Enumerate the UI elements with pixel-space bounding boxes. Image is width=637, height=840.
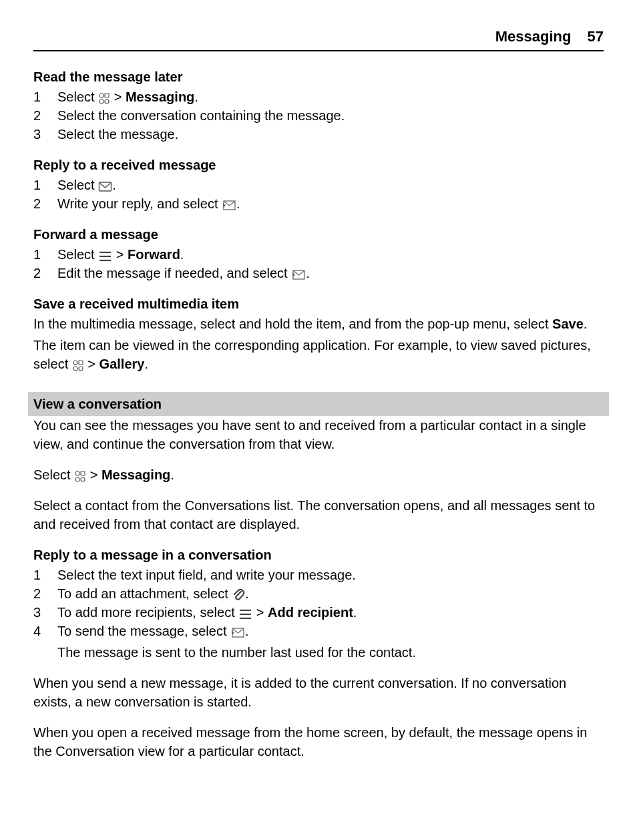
text: . xyxy=(180,247,184,262)
list-item: 1 Select . xyxy=(33,176,604,194)
step-text: Select > Forward. xyxy=(57,245,604,264)
paragraph: When you send a new message, it is added… xyxy=(33,674,604,711)
text: . xyxy=(112,178,116,192)
step-text: Write your reply, and select . xyxy=(57,194,604,213)
attachment-icon xyxy=(232,588,245,602)
list-item: 1 Select > Forward. xyxy=(33,245,604,264)
step-number: 2 xyxy=(33,264,57,282)
list-item: 2 Write your reply, and select . xyxy=(33,194,604,213)
paragraph: Select a contact from the Conversations … xyxy=(33,496,604,534)
list-item: 2 Edit the message if needed, and select… xyxy=(33,264,604,282)
text: . xyxy=(306,266,310,280)
step-text: To add an attachment, select . xyxy=(57,584,604,603)
paragraph: The item can be viewed in the correspond… xyxy=(33,336,604,373)
options-icon xyxy=(98,250,112,262)
apps-icon xyxy=(98,92,110,104)
step-text: Select the text input field, and write y… xyxy=(57,566,604,584)
section-save-mm-title: Save a received multimedia item xyxy=(33,294,604,313)
text: Select xyxy=(33,467,74,482)
list-item: 2 To add an attachment, select . xyxy=(33,584,604,603)
paragraph: You can see the messages you have sent t… xyxy=(33,416,604,453)
send-icon xyxy=(230,626,245,638)
step-number: 1 xyxy=(33,566,57,584)
text: In the multimedia message, select and ho… xyxy=(33,317,552,331)
text: . xyxy=(584,317,588,331)
text: > xyxy=(84,357,99,371)
header-title: Messaging xyxy=(495,28,572,45)
text: . xyxy=(236,196,240,211)
list-item: 3 To add more recipients, select > Add r… xyxy=(33,603,604,622)
step-number: 4 xyxy=(33,622,57,640)
reply-steps: 1 Select . 2 Write your reply, and selec… xyxy=(33,176,604,213)
list-item: 4 To send the message, select . xyxy=(33,622,604,640)
menu-label: Messaging xyxy=(126,89,194,104)
text: . xyxy=(194,89,198,104)
text: . xyxy=(245,586,249,601)
step-text: Edit the message if needed, and select . xyxy=(57,264,604,282)
text: > xyxy=(110,89,126,104)
text: . xyxy=(353,605,357,620)
step-number: 2 xyxy=(33,106,57,125)
step-text: Select > Messaging. xyxy=(57,87,604,106)
text: . xyxy=(144,357,148,371)
apps-icon xyxy=(74,470,86,482)
menu-label: Save xyxy=(552,317,584,331)
text: > xyxy=(112,247,128,262)
menu-label: Add recipient xyxy=(268,605,353,620)
text: . xyxy=(170,467,174,482)
step-number: 1 xyxy=(33,176,57,194)
list-item: 2 Select the conversation containing the… xyxy=(33,106,604,125)
text: Edit the message if needed, and select xyxy=(57,266,291,280)
text: > xyxy=(86,467,101,482)
step-text: To add more recipients, select > Add rec… xyxy=(57,603,604,622)
step-number: 2 xyxy=(33,194,57,213)
note-text: The message is sent to the number last u… xyxy=(57,643,604,662)
step-text: Select the message. xyxy=(57,125,604,144)
section-forward-title: Forward a message xyxy=(33,225,604,244)
reply-conv-steps: 1 Select the text input field, and write… xyxy=(33,566,604,640)
list-item: 1 Select the text input field, and write… xyxy=(33,566,604,584)
send-icon xyxy=(291,268,306,280)
page-header: Messaging 57 xyxy=(33,27,604,51)
text: To add an attachment, select xyxy=(57,586,232,601)
text: To send the message, select xyxy=(57,624,230,638)
step-text: Select the conversation containing the m… xyxy=(57,106,604,125)
step-text: To send the message, select . xyxy=(57,622,604,640)
step-number: 2 xyxy=(33,584,57,603)
text: . xyxy=(245,624,249,638)
page-number: 57 xyxy=(588,27,604,47)
text: > xyxy=(252,605,268,620)
text: Select xyxy=(57,247,98,262)
envelope-icon xyxy=(98,180,112,192)
forward-steps: 1 Select > Forward. 2 Edit the message i… xyxy=(33,245,604,282)
text: Select xyxy=(57,178,98,192)
menu-label: Gallery xyxy=(99,357,145,371)
options-icon xyxy=(238,608,252,620)
step-text: Select . xyxy=(57,176,604,194)
paragraph: In the multimedia message, select and ho… xyxy=(33,314,604,333)
text: To add more recipients, select xyxy=(57,605,238,620)
menu-label: Messaging xyxy=(101,467,170,482)
step-number: 1 xyxy=(33,245,57,264)
apps-icon xyxy=(72,359,84,371)
section-view-conversation-title: View a conversation xyxy=(28,392,609,416)
list-item: 1 Select > Messaging. xyxy=(33,87,604,106)
send-icon xyxy=(222,199,236,211)
text: Write your reply, and select xyxy=(57,196,222,211)
step-number: 3 xyxy=(33,125,57,144)
menu-label: Forward xyxy=(128,247,180,262)
section-reply-conv-title: Reply to a message in a conversation xyxy=(33,546,604,564)
text: Select xyxy=(57,89,98,104)
section-reply-title: Reply to a received message xyxy=(33,156,604,174)
paragraph: Select > Messaging. xyxy=(33,465,604,484)
step-number: 1 xyxy=(33,87,57,106)
paragraph: When you open a received message from th… xyxy=(33,723,604,761)
list-item: 3 Select the message. xyxy=(33,125,604,144)
read-later-steps: 1 Select > Messaging. 2 Select the conve… xyxy=(33,87,604,144)
step-number: 3 xyxy=(33,603,57,622)
section-read-later-title: Read the message later xyxy=(33,67,604,86)
